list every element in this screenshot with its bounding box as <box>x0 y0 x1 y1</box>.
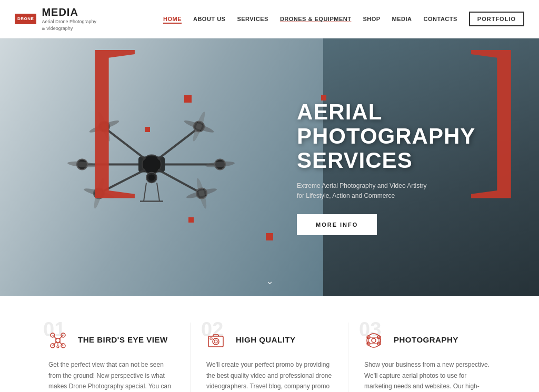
nav-contacts[interactable]: CONTACTS <box>424 16 457 22</box>
svg-rect-43 <box>210 338 212 339</box>
more-info-button[interactable]: MORE INFO <box>297 214 377 235</box>
hero-title: AERIAL PHOTOGRAPHY SERVICES <box>297 100 507 173</box>
feature-3-header: 03 PHOTOGRAPHY <box>364 323 491 352</box>
logo-box-text: DRONE <box>17 16 34 21</box>
feature-1-title: THE BIRD'S EYE VIEW <box>78 335 168 344</box>
feature-1-desc: Get the perfect view that can not be see… <box>48 359 174 392</box>
svg-line-5 <box>158 128 199 159</box>
hero-section: [ ] AERIAL PHOTOGRAPHY SERVICES Extreme … <box>0 38 539 296</box>
red-square-1 <box>184 95 192 103</box>
hero-drone-area <box>0 38 323 296</box>
camera-icon <box>206 331 225 350</box>
feature-2-desc: We'll create your perfect promo by provi… <box>206 359 332 392</box>
red-square-5 <box>266 233 273 240</box>
nav-home[interactable]: HOME <box>163 16 182 22</box>
portfolio-button[interactable]: PORTFOLIO <box>469 12 524 26</box>
feature-2-title: HIGH QUALITY <box>236 335 296 344</box>
svg-line-7 <box>158 170 202 194</box>
aperture-icon <box>364 331 383 350</box>
red-square-2 <box>145 127 150 132</box>
feature-3-desc: Show your business from a new perspectiv… <box>364 359 491 392</box>
logo-box: DRONE <box>15 14 36 24</box>
site-header: DRONE MEDIA Aerial Drone Photography & V… <box>0 0 539 38</box>
hero-subtitle: Extreme Aerial Photography and Video Art… <box>297 181 434 201</box>
feature-birds-eye: 01 THE BIRD'S EYE VIEW Get the <box>33 323 191 392</box>
main-nav: HOME ABOUT US SERVICES DRONES & EQUIPMEN… <box>163 12 524 26</box>
svg-line-26 <box>144 183 146 202</box>
nav-media[interactable]: MEDIA <box>392 16 412 22</box>
feature-2-header: 02 HIGH QUALITY <box>206 323 332 352</box>
drone-icon <box>48 331 67 350</box>
svg-point-41 <box>213 338 219 345</box>
svg-line-27 <box>157 183 159 202</box>
feature-photography: 03 PHOTOGRAPHY Show your business from a <box>348 323 506 392</box>
feature-3-title: PHOTOGRAPHY <box>394 335 458 344</box>
red-square-3 <box>188 217 194 223</box>
bracket-left: [ <box>82 65 141 163</box>
nav-drones[interactable]: DRONES & EQUIPMENT <box>280 16 352 22</box>
logo-brand: MEDIA <box>42 6 96 18</box>
svg-point-38 <box>57 346 59 348</box>
svg-point-42 <box>214 340 217 343</box>
nav-services[interactable]: SERVICES <box>237 16 268 22</box>
svg-point-3 <box>148 175 155 181</box>
nav-about[interactable]: ABOUT US <box>193 16 225 22</box>
features-section: 01 THE BIRD'S EYE VIEW Get the <box>0 296 539 392</box>
feature-1-header: 01 THE BIRD'S EYE VIEW <box>48 323 174 352</box>
hero-content: AERIAL PHOTOGRAPHY SERVICES Extreme Aeri… <box>297 100 507 235</box>
feature-high-quality: 02 HIGH QUALITY We'll create your perfec… <box>191 323 348 392</box>
nav-shop[interactable]: SHOP <box>363 16 380 22</box>
scroll-arrow[interactable]: ⌄ <box>266 275 274 287</box>
logo-tagline: Aerial Drone Photography & Videography <box>42 18 96 32</box>
svg-point-53 <box>372 338 376 343</box>
logo-area: DRONE MEDIA Aerial Drone Photography & V… <box>15 6 96 32</box>
